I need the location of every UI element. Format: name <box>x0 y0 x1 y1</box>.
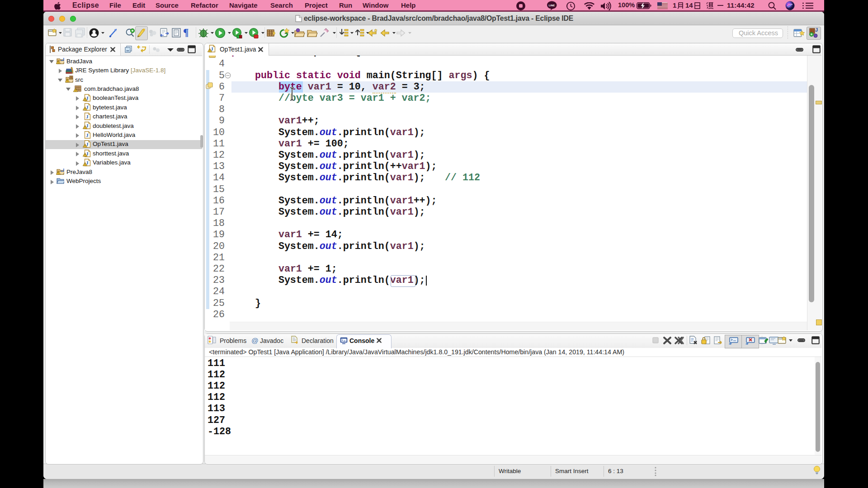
svg-text:LINE: LINE <box>549 4 555 7</box>
svg-text:J: J <box>815 28 818 33</box>
